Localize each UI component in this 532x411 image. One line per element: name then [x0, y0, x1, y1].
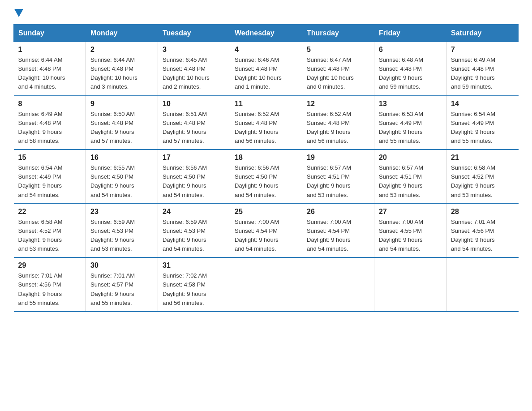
day-number: 28 [451, 208, 514, 216]
calendar-day-cell: 29Sunrise: 7:01 AM Sunset: 4:56 PM Dayli… [14, 257, 86, 312]
calendar-day-cell: 16Sunrise: 6:55 AM Sunset: 4:50 PM Dayli… [86, 150, 158, 204]
calendar-day-cell: 19Sunrise: 6:57 AM Sunset: 4:51 PM Dayli… [302, 150, 374, 204]
calendar-day-cell: 4Sunrise: 6:46 AM Sunset: 4:48 PM Daylig… [230, 42, 302, 96]
day-info: Sunrise: 6:56 AM Sunset: 4:50 PM Dayligh… [163, 163, 225, 200]
calendar-day-cell: 26Sunrise: 7:00 AM Sunset: 4:54 PM Dayli… [302, 204, 374, 258]
weekday-header-wednesday: Wednesday [230, 25, 302, 42]
calendar-day-cell: 14Sunrise: 6:54 AM Sunset: 4:49 PM Dayli… [446, 96, 519, 150]
day-info: Sunrise: 6:49 AM Sunset: 4:48 PM Dayligh… [18, 110, 82, 146]
day-info: Sunrise: 7:00 AM Sunset: 4:54 PM Dayligh… [307, 218, 369, 254]
day-info: Sunrise: 6:48 AM Sunset: 4:48 PM Dayligh… [379, 56, 442, 92]
calendar-week-row: 29Sunrise: 7:01 AM Sunset: 4:56 PM Dayli… [14, 257, 519, 312]
calendar-day-cell [302, 257, 374, 312]
calendar-table: SundayMondayTuesdayWednesdayThursdayFrid… [13, 24, 519, 312]
calendar-day-cell: 22Sunrise: 6:58 AM Sunset: 4:52 PM Dayli… [14, 204, 86, 258]
day-info: Sunrise: 7:00 AM Sunset: 4:54 PM Dayligh… [235, 218, 297, 254]
day-number: 18 [235, 154, 297, 162]
day-number: 1 [18, 46, 82, 54]
day-number: 21 [451, 154, 514, 162]
day-info: Sunrise: 7:01 AM Sunset: 4:57 PM Dayligh… [90, 271, 153, 308]
calendar-day-cell: 18Sunrise: 6:56 AM Sunset: 4:50 PM Dayli… [230, 150, 302, 204]
calendar-day-cell: 31Sunrise: 7:02 AM Sunset: 4:58 PM Dayli… [158, 257, 230, 312]
day-info: Sunrise: 6:59 AM Sunset: 4:53 PM Dayligh… [90, 218, 153, 254]
day-number: 7 [451, 46, 514, 54]
weekday-header-saturday: Saturday [446, 25, 519, 42]
day-number: 20 [379, 154, 442, 162]
weekday-header-row: SundayMondayTuesdayWednesdayThursdayFrid… [14, 25, 519, 42]
day-number: 3 [163, 46, 225, 54]
calendar-day-cell: 10Sunrise: 6:51 AM Sunset: 4:48 PM Dayli… [158, 96, 230, 150]
day-number: 31 [163, 261, 225, 270]
day-info: Sunrise: 7:00 AM Sunset: 4:55 PM Dayligh… [379, 218, 442, 254]
calendar-day-cell: 8Sunrise: 6:49 AM Sunset: 4:48 PM Daylig… [14, 96, 86, 150]
calendar-day-cell: 24Sunrise: 6:59 AM Sunset: 4:53 PM Dayli… [158, 204, 230, 258]
calendar-day-cell: 25Sunrise: 7:00 AM Sunset: 4:54 PM Dayli… [230, 204, 302, 258]
day-number: 26 [307, 208, 369, 216]
day-info: Sunrise: 6:55 AM Sunset: 4:50 PM Dayligh… [90, 163, 153, 200]
day-info: Sunrise: 6:58 AM Sunset: 4:52 PM Dayligh… [18, 218, 82, 254]
day-info: Sunrise: 6:45 AM Sunset: 4:48 PM Dayligh… [163, 56, 225, 92]
day-number: 11 [235, 100, 297, 108]
calendar-day-cell: 17Sunrise: 6:56 AM Sunset: 4:50 PM Dayli… [158, 150, 230, 204]
calendar-day-cell: 5Sunrise: 6:47 AM Sunset: 4:48 PM Daylig… [302, 42, 374, 96]
day-number: 17 [163, 154, 225, 162]
page-header [13, 9, 519, 17]
day-number: 30 [90, 261, 153, 270]
calendar-day-cell: 15Sunrise: 6:54 AM Sunset: 4:49 PM Dayli… [14, 150, 86, 204]
day-info: Sunrise: 6:54 AM Sunset: 4:49 PM Dayligh… [18, 163, 82, 200]
calendar-day-cell: 21Sunrise: 6:58 AM Sunset: 4:52 PM Dayli… [446, 150, 519, 204]
day-info: Sunrise: 6:51 AM Sunset: 4:48 PM Dayligh… [163, 110, 225, 146]
calendar-day-cell: 28Sunrise: 7:01 AM Sunset: 4:56 PM Dayli… [446, 204, 519, 258]
calendar-day-cell: 12Sunrise: 6:52 AM Sunset: 4:48 PM Dayli… [302, 96, 374, 150]
calendar-day-cell: 23Sunrise: 6:59 AM Sunset: 4:53 PM Dayli… [86, 204, 158, 258]
calendar-day-cell: 7Sunrise: 6:49 AM Sunset: 4:48 PM Daylig… [446, 42, 519, 96]
calendar-day-cell: 27Sunrise: 7:00 AM Sunset: 4:55 PM Dayli… [374, 204, 446, 258]
calendar-day-cell: 6Sunrise: 6:48 AM Sunset: 4:48 PM Daylig… [374, 42, 446, 96]
day-info: Sunrise: 6:44 AM Sunset: 4:48 PM Dayligh… [18, 56, 82, 92]
day-info: Sunrise: 6:56 AM Sunset: 4:50 PM Dayligh… [235, 163, 297, 200]
day-number: 8 [18, 100, 82, 108]
calendar-day-cell [446, 257, 519, 312]
day-info: Sunrise: 6:52 AM Sunset: 4:48 PM Dayligh… [235, 110, 297, 146]
logo-arrow-icon [14, 9, 23, 17]
day-number: 9 [90, 100, 153, 108]
calendar-day-cell: 9Sunrise: 6:50 AM Sunset: 4:48 PM Daylig… [86, 96, 158, 150]
day-info: Sunrise: 6:53 AM Sunset: 4:49 PM Dayligh… [379, 110, 442, 146]
calendar-week-row: 8Sunrise: 6:49 AM Sunset: 4:48 PM Daylig… [14, 96, 519, 150]
day-info: Sunrise: 6:57 AM Sunset: 4:51 PM Dayligh… [307, 163, 369, 200]
calendar-header: SundayMondayTuesdayWednesdayThursdayFrid… [14, 25, 519, 42]
day-number: 5 [307, 46, 369, 54]
calendar-week-row: 15Sunrise: 6:54 AM Sunset: 4:49 PM Dayli… [14, 150, 519, 204]
day-number: 2 [90, 46, 153, 54]
day-info: Sunrise: 6:47 AM Sunset: 4:48 PM Dayligh… [307, 56, 369, 92]
day-info: Sunrise: 6:59 AM Sunset: 4:53 PM Dayligh… [163, 218, 225, 254]
day-info: Sunrise: 6:54 AM Sunset: 4:49 PM Dayligh… [451, 110, 514, 146]
day-info: Sunrise: 7:01 AM Sunset: 4:56 PM Dayligh… [451, 218, 514, 254]
day-number: 10 [163, 100, 225, 108]
day-number: 27 [379, 208, 442, 216]
day-info: Sunrise: 6:49 AM Sunset: 4:48 PM Dayligh… [451, 56, 514, 92]
day-info: Sunrise: 7:02 AM Sunset: 4:58 PM Dayligh… [163, 271, 225, 308]
day-number: 4 [235, 46, 297, 54]
day-info: Sunrise: 6:58 AM Sunset: 4:52 PM Dayligh… [451, 163, 514, 200]
day-info: Sunrise: 6:50 AM Sunset: 4:48 PM Dayligh… [90, 110, 153, 146]
day-number: 16 [90, 154, 153, 162]
day-number: 24 [163, 208, 225, 216]
day-number: 6 [379, 46, 442, 54]
day-number: 14 [451, 100, 514, 108]
day-number: 12 [307, 100, 369, 108]
calendar-day-cell: 30Sunrise: 7:01 AM Sunset: 4:57 PM Dayli… [86, 257, 158, 312]
day-number: 23 [90, 208, 153, 216]
logo [13, 9, 24, 17]
calendar-body: 1Sunrise: 6:44 AM Sunset: 4:48 PM Daylig… [14, 42, 519, 312]
weekday-header-sunday: Sunday [14, 25, 86, 42]
calendar-week-row: 22Sunrise: 6:58 AM Sunset: 4:52 PM Dayli… [14, 204, 519, 258]
weekday-header-friday: Friday [374, 25, 446, 42]
calendar-day-cell [230, 257, 302, 312]
day-number: 15 [18, 154, 82, 162]
day-number: 19 [307, 154, 369, 162]
day-number: 25 [235, 208, 297, 216]
weekday-header-monday: Monday [86, 25, 158, 42]
calendar-day-cell: 20Sunrise: 6:57 AM Sunset: 4:51 PM Dayli… [374, 150, 446, 204]
calendar-week-row: 1Sunrise: 6:44 AM Sunset: 4:48 PM Daylig… [14, 42, 519, 96]
